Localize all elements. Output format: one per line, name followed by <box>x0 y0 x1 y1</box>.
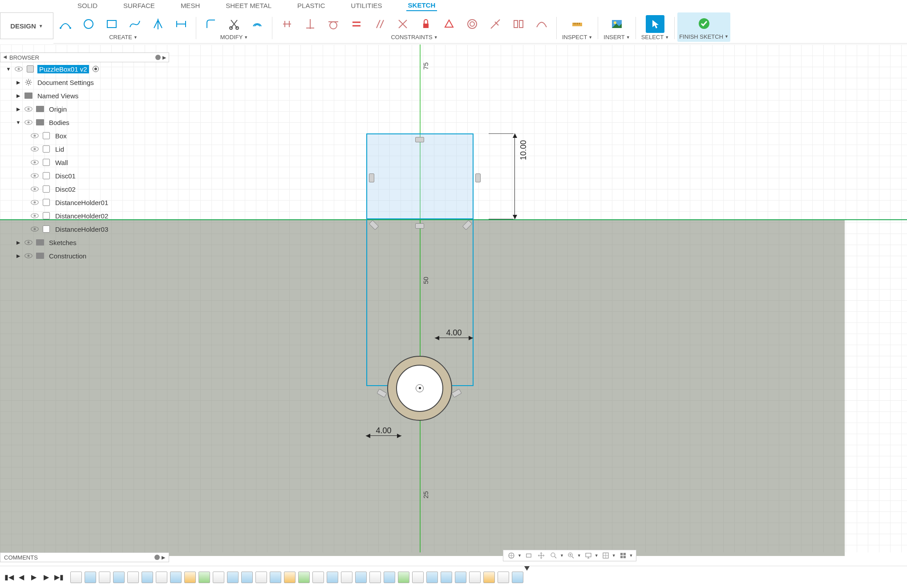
ribbon-group-constraints-label[interactable]: CONSTRAINTS▼ <box>391 34 437 40</box>
timeline-last-icon[interactable]: ▶▮ <box>53 572 64 583</box>
expand-tri-icon[interactable]: ▼ <box>15 120 21 125</box>
browser-panel-header[interactable]: ▶ BROWSER ▶ <box>0 52 169 62</box>
timeline-feature[interactable] <box>255 572 267 583</box>
spline-tool-icon[interactable] <box>126 15 144 33</box>
timeline-feature[interactable] <box>384 572 395 583</box>
expand-tri-icon[interactable]: ▶ <box>15 106 21 112</box>
dimension-tool-icon[interactable] <box>172 15 190 33</box>
browser-node-bodies[interactable]: ▼ Bodies <box>4 116 168 129</box>
browser-body-node[interactable]: Wall <box>4 156 168 169</box>
expand-tri-icon[interactable]: ▶ <box>15 80 21 85</box>
timeline-feature[interactable] <box>142 572 153 583</box>
timeline-feature[interactable] <box>156 572 167 583</box>
timeline-feature[interactable] <box>241 572 253 583</box>
panel-chevron-icon[interactable]: ▶ <box>162 555 165 560</box>
browser-body-node[interactable]: DistanceHolder02 <box>4 209 168 222</box>
visibility-toggle-icon[interactable] <box>30 131 39 140</box>
timeline-feature[interactable] <box>426 572 438 583</box>
timeline-feature[interactable] <box>213 572 224 583</box>
timeline-feature[interactable] <box>85 572 96 583</box>
visibility-toggle-icon[interactable] <box>30 171 39 180</box>
timeline-play-icon[interactable]: ▶ <box>28 572 39 583</box>
measure-tool-icon[interactable] <box>568 15 587 33</box>
visibility-toggle-icon[interactable] <box>14 64 23 73</box>
tab-plastic[interactable]: PLASTIC <box>296 0 327 11</box>
timeline-feature[interactable] <box>170 572 182 583</box>
expand-tri-icon[interactable]: ▶ <box>15 93 21 99</box>
browser-body-node[interactable]: Disc02 <box>4 182 168 196</box>
timeline-feature[interactable] <box>227 572 239 583</box>
visibility-toggle-icon[interactable] <box>24 238 33 247</box>
timeline-feature[interactable] <box>70 572 82 583</box>
visibility-toggle-icon[interactable] <box>30 211 39 220</box>
perpendicular-constraint-icon[interactable] <box>393 15 412 33</box>
expand-tri-icon[interactable]: ▶ <box>15 240 21 246</box>
timeline-feature[interactable] <box>284 572 296 583</box>
browser-body-node[interactable]: DistanceHolder03 <box>4 222 168 236</box>
visibility-toggle-icon[interactable] <box>30 145 39 153</box>
circle-tool-icon[interactable] <box>79 15 98 33</box>
active-component-radio[interactable] <box>93 66 99 72</box>
finish-sketch-button[interactable]: FINISH SKETCH▼ <box>677 12 730 42</box>
tab-sketch[interactable]: SKETCH <box>406 0 437 11</box>
grid-settings-icon[interactable] <box>600 551 611 560</box>
tab-surface[interactable]: SURFACE <box>121 0 157 11</box>
sketch-profile-upper[interactable] <box>366 133 474 219</box>
select-tool-icon[interactable] <box>646 15 664 33</box>
fillet-tool-icon[interactable] <box>202 15 220 33</box>
timeline-feature[interactable] <box>455 572 466 583</box>
constraint-glyph[interactable] <box>369 173 374 182</box>
expand-tri-icon[interactable]: ▼ <box>5 66 12 72</box>
dimension-vertical[interactable]: 10.00 <box>489 133 520 219</box>
ribbon-group-modify-label[interactable]: MODIFY▼ <box>220 34 248 40</box>
visibility-toggle-icon[interactable] <box>30 225 39 234</box>
disc-inner[interactable] <box>396 365 443 412</box>
line-tool-icon[interactable] <box>56 15 75 33</box>
constraint-glyph[interactable] <box>377 389 387 398</box>
timeline-feature[interactable] <box>312 572 324 583</box>
panel-dot-icon[interactable] <box>154 555 160 560</box>
symmetry-constraint-icon[interactable] <box>509 15 528 33</box>
timeline-feature[interactable] <box>184 572 196 583</box>
zoom-icon[interactable] <box>548 551 559 560</box>
trim-tool-icon[interactable] <box>225 15 243 33</box>
constraint-glyph[interactable] <box>415 223 424 229</box>
display-settings-icon[interactable] <box>583 551 594 560</box>
timeline-feature[interactable] <box>298 572 310 583</box>
curvature-constraint-icon[interactable] <box>532 15 551 33</box>
visibility-toggle-icon[interactable] <box>24 251 33 260</box>
disc-outer[interactable] <box>387 356 452 421</box>
ribbon-group-create-label[interactable]: CREATE▼ <box>109 34 138 40</box>
timeline-feature[interactable] <box>270 572 281 583</box>
vertical-constraint-icon[interactable] <box>301 15 320 33</box>
disc-center-point[interactable] <box>419 387 421 389</box>
look-at-icon[interactable] <box>523 551 534 560</box>
timeline-feature[interactable] <box>498 572 509 583</box>
ribbon-group-insert-label[interactable]: INSERT▼ <box>603 34 630 40</box>
mirror-tool-icon[interactable] <box>149 15 167 33</box>
visibility-toggle-icon[interactable] <box>30 158 39 167</box>
constraint-glyph[interactable] <box>451 389 462 398</box>
constraint-glyph[interactable] <box>475 173 481 182</box>
tangent-constraint-icon[interactable] <box>324 15 343 33</box>
visibility-toggle-icon[interactable] <box>30 185 39 193</box>
fix-constraint-icon[interactable] <box>417 15 435 33</box>
constraint-glyph[interactable] <box>415 137 424 142</box>
insert-image-icon[interactable] <box>607 15 626 33</box>
browser-body-node[interactable]: DistanceHolder01 <box>4 196 168 209</box>
tab-sheet-metal[interactable]: SHEET METAL <box>224 0 273 11</box>
panel-dot-icon[interactable] <box>155 55 161 60</box>
timeline-feature[interactable] <box>512 572 523 583</box>
timeline-feature[interactable] <box>198 572 210 583</box>
coincident-constraint-icon[interactable] <box>486 15 505 33</box>
tab-mesh[interactable]: MESH <box>179 0 202 11</box>
browser-node-document-settings[interactable]: ▶ Document Settings <box>4 76 168 89</box>
parallel-constraint-icon[interactable] <box>370 15 389 33</box>
timeline-feature[interactable] <box>99 572 110 583</box>
visibility-toggle-icon[interactable] <box>30 198 39 207</box>
timeline-feature[interactable] <box>113 572 125 583</box>
workspace-selector[interactable]: DESIGN ▼ <box>0 12 53 39</box>
horizontal-constraint-icon[interactable] <box>278 15 296 33</box>
timeline-feature[interactable] <box>355 572 367 583</box>
visibility-toggle-icon[interactable] <box>24 118 33 127</box>
